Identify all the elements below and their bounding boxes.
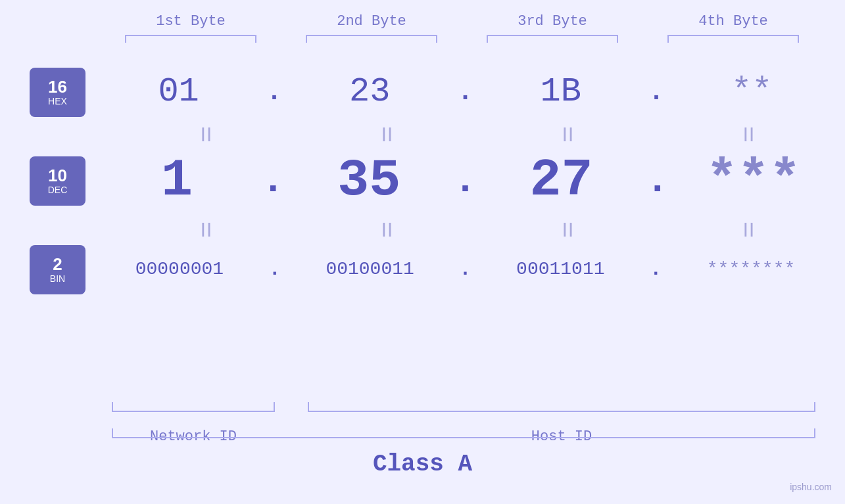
- byte2-bracket: [306, 35, 437, 43]
- bin-dot3: .: [650, 258, 662, 281]
- byte2-header: 2nd Byte: [299, 13, 444, 30]
- equals1-b1: ||: [135, 125, 279, 142]
- bin-badge-label: BIN: [50, 273, 65, 284]
- network-id-bracket: [112, 402, 275, 412]
- bin-data-row: 2 BIN 00000001 . 00100011 . 00011011 . *…: [0, 240, 845, 299]
- byte4-header: 4th Byte: [661, 13, 806, 30]
- dec-badge: 10 DEC: [30, 156, 85, 206]
- dec-byte2: 35: [297, 154, 441, 207]
- dec-byte1: 1: [105, 154, 249, 207]
- watermark: ipshu.com: [790, 482, 832, 492]
- hex-dot2: .: [457, 78, 473, 107]
- equals2-b1: ||: [135, 220, 279, 237]
- equals2-b3: ||: [496, 220, 641, 237]
- hex-byte3: 1B: [489, 75, 633, 109]
- equals-row-2: || || || ||: [117, 217, 840, 240]
- bin-badge: 2 BIN: [30, 245, 85, 294]
- bin-byte3: 00011011: [488, 260, 633, 279]
- equals1-b3: ||: [496, 125, 641, 142]
- dec-values: 1 . 35 . 27 . ***: [85, 154, 845, 207]
- hex-byte1: 01: [107, 75, 251, 109]
- hex-byte2: 23: [297, 75, 442, 109]
- hex-badge-number: 16: [48, 78, 67, 97]
- dec-dot1: .: [261, 158, 285, 203]
- byte3-header: 3rd Byte: [480, 13, 625, 30]
- dec-byte4: ***: [681, 154, 826, 207]
- dec-data-row: 10 DEC 1 . 35 . 27 . ***: [0, 145, 845, 217]
- hex-badge-label: HEX: [48, 96, 67, 106]
- dec-byte3: 27: [489, 154, 634, 207]
- bin-byte1: 00000001: [107, 260, 252, 279]
- bin-byte2: 00100011: [298, 260, 443, 279]
- dec-dot2: .: [453, 158, 477, 203]
- dec-badge-number: 10: [48, 166, 67, 185]
- hex-dot3: .: [648, 78, 664, 107]
- main-container: 1st Byte 2nd Byte 3rd Byte 4th Byte 16 H…: [0, 0, 845, 504]
- hex-data-row: 16 HEX 01 . 23 . 1B . **: [0, 62, 845, 122]
- byte1-header: 1st Byte: [118, 13, 263, 30]
- equals-row-1: || || || ||: [117, 122, 840, 145]
- top-brackets: [101, 35, 824, 43]
- host-id-bracket: [308, 402, 815, 412]
- byte4-bracket: [667, 35, 799, 43]
- byte1-bracket: [125, 35, 256, 43]
- equals2-b2: ||: [316, 220, 460, 237]
- hex-byte4: **: [679, 75, 824, 109]
- equals1-b4: ||: [677, 125, 822, 142]
- hex-badge: 16 HEX: [30, 68, 85, 117]
- bin-byte4: ********: [679, 260, 823, 279]
- bin-values: 00000001 . 00100011 . 00011011 . *******…: [85, 258, 845, 281]
- bin-dot1: .: [269, 258, 281, 281]
- hex-dot1: .: [266, 78, 282, 107]
- bin-dot2: .: [459, 258, 471, 281]
- byte3-bracket: [487, 35, 618, 43]
- full-bottom-bracket: [112, 428, 815, 438]
- equals1-b2: ||: [316, 125, 460, 142]
- hex-values: 01 . 23 . 1B . **: [85, 75, 845, 109]
- dec-badge-label: DEC: [48, 185, 68, 195]
- dec-dot3: .: [646, 158, 669, 203]
- class-label: Class A: [0, 451, 845, 478]
- bin-badge-number: 2: [53, 255, 62, 274]
- byte-headers: 1st Byte 2nd Byte 3rd Byte 4th Byte: [101, 13, 824, 30]
- equals2-b4: ||: [677, 220, 822, 237]
